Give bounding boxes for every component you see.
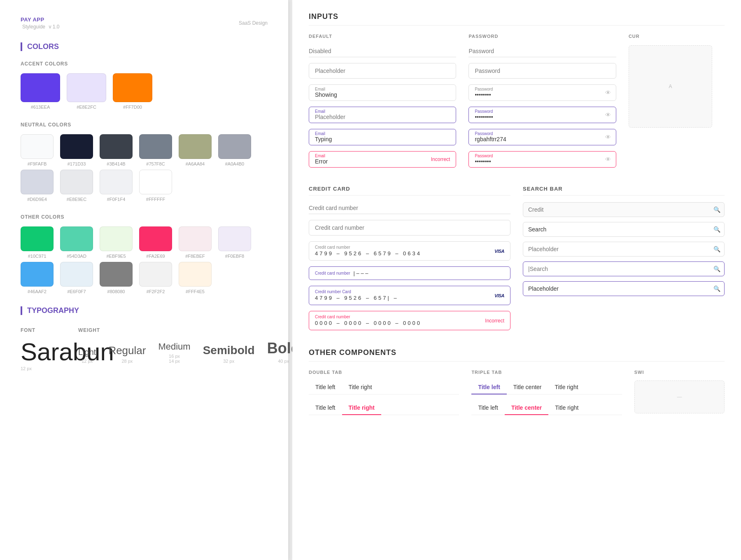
pass1-wrapper[interactable]: Password 👁 — [468, 84, 616, 101]
right-panel: INPUTS DEFAULT Email — [292, 0, 741, 560]
triple-tab-row1-center[interactable]: Title center — [507, 380, 548, 394]
color-label-fff4e5: #FFF4E5 — [186, 289, 205, 294]
double-tab-section: DOUBLE TAB Title left Title right Title … — [309, 370, 459, 415]
color-label-46aaf2: #46AAF2 — [28, 289, 47, 294]
search-disabled-input[interactable] — [523, 202, 725, 217]
color-box-ffffff — [139, 170, 172, 194]
pass4-input[interactable] — [475, 155, 610, 165]
input-disabled-password — [468, 45, 616, 57]
email-showing-wrapper[interactable]: Email — [309, 84, 456, 101]
currency-column-label: CUR — [629, 34, 712, 39]
email-typing-wrapper[interactable]: Email — [309, 129, 456, 145]
disabled-input-default[interactable] — [309, 45, 456, 57]
cc-card3: Credit number Card 4799 – 9526 – 657| – … — [309, 286, 510, 305]
pass1-eye-icon[interactable]: 👁 — [605, 89, 611, 96]
cc-placeholder-input[interactable] — [309, 220, 510, 236]
cc-disabled-input[interactable] — [309, 202, 510, 214]
cc-card3-wrapper[interactable]: Credit number Card 4799 – 9526 – 657| – … — [309, 286, 510, 305]
cc-card4-wrapper[interactable]: Credit card number 0000 – 0000 – 0000 – … — [309, 311, 510, 330]
search-2: 🔍 — [523, 242, 725, 257]
color-label-808080: #808080 — [107, 289, 125, 294]
search-input-4[interactable] — [523, 281, 725, 296]
disabled-input-password[interactable] — [468, 45, 616, 57]
accent-colors-section: ACCENT COLORS #613EEA #E8E2FC #FF7D00 — [21, 61, 268, 110]
search-input-3[interactable] — [523, 261, 725, 276]
color-swatch-a6aa84: #A6AA84 — [179, 134, 212, 166]
pass3-eye-icon[interactable]: 👁 — [605, 134, 611, 140]
currency-placeholder-area: A — [629, 45, 712, 128]
color-box-e8e2fc — [67, 73, 106, 102]
search-input-2[interactable] — [523, 242, 725, 257]
email-placeholder-input[interactable] — [315, 110, 450, 120]
other-colors-label: OTHER COLORS — [21, 214, 268, 220]
search-3-icon: 🔍 — [713, 266, 720, 272]
double-tab-row1-left[interactable]: Title left — [309, 380, 342, 394]
color-box-ebf9e5 — [100, 226, 133, 251]
color-swatch-f0f1f4: #F0F1F4 — [100, 170, 133, 202]
email-placeholder-wrapper[interactable]: Email — [309, 107, 456, 123]
search-4: 🔍 — [523, 281, 725, 296]
double-tab-row1-right[interactable]: Title right — [342, 380, 379, 394]
color-box-d6d9e4 — [21, 170, 54, 194]
double-tab-row2-right[interactable]: Title right — [342, 401, 382, 415]
search-4-icon: 🔍 — [713, 285, 720, 292]
weight-semibold: Semibold 32 px — [203, 344, 255, 364]
color-swatch-ebf9e5: #EBF9E5 — [100, 226, 133, 259]
color-box-808080 — [100, 262, 133, 287]
triple-tab-row1-right[interactable]: Title right — [548, 380, 585, 394]
double-tab-row2-left[interactable]: Title left — [309, 401, 342, 415]
cc-card4: Credit card number 0000 – 0000 – 0000 – … — [309, 311, 510, 330]
cc-disabled — [309, 202, 510, 214]
email-typing-input[interactable] — [315, 133, 450, 142]
weight-medium-name: Medium — [158, 341, 190, 352]
color-box-f0ebf8 — [218, 226, 251, 251]
neutral-color-row2: #D6D9E4 #E8E9EC #F0F1F4 #FFFFFF — [21, 170, 268, 202]
other-color-row1: #10C971 #54D3AD #EBF9E5 #FA2E69 #F8EBEF … — [21, 226, 268, 259]
pass2-input[interactable] — [475, 110, 610, 120]
font-sizes-label: 12 px — [21, 366, 70, 371]
currency-placeholder-text: A — [669, 84, 672, 89]
pass3-input[interactable] — [475, 133, 610, 142]
cc-card3-number: 4799 – 9526 – 657| – — [315, 295, 398, 301]
app-header: PAY APP Styleguide v 1.0 SaaS Design — [21, 16, 268, 30]
color-box-757f8c — [139, 134, 172, 159]
triple-tab-row2-center[interactable]: Title center — [505, 401, 548, 415]
saas-label: SaaS Design — [239, 20, 268, 26]
color-label-f0f1f4: #F0F1F4 — [107, 197, 126, 202]
search-disabled: 🔍 — [523, 202, 725, 217]
pass2-wrapper[interactable]: Password 👁 — [468, 107, 616, 123]
placeholder-input-password[interactable] — [468, 63, 616, 79]
pass4-wrapper[interactable]: Password 👁 — [468, 151, 616, 168]
triple-tab-row2-left[interactable]: Title left — [471, 401, 505, 415]
weight-medium: Medium 16 px14 px — [158, 341, 190, 364]
email-typing-label: Email — [315, 131, 325, 136]
input-pass4: Password 👁 — [468, 151, 616, 168]
search-input-1[interactable] — [523, 222, 725, 237]
color-swatch-808080: #808080 — [100, 262, 133, 294]
triple-tab-row2-right[interactable]: Title right — [548, 401, 585, 415]
weight-semibold-name: Semibold — [203, 344, 255, 357]
email-error-input[interactable] — [315, 155, 450, 165]
neutral-colors-label: NEUTRAL COLORS — [21, 122, 268, 128]
pass2-eye-icon[interactable]: 👁 — [605, 112, 611, 118]
placeholder-input-default[interactable] — [309, 63, 456, 79]
neutral-color-row1: #F9FAFB #171D33 #3B414B #757F8C #A6AA84 … — [21, 134, 268, 166]
email-showing-input[interactable] — [315, 88, 450, 98]
pass1-input[interactable] — [475, 88, 610, 98]
pass3-wrapper[interactable]: Password 👁 — [468, 129, 616, 145]
cc-card2-wrapper[interactable]: Credit card number | – – – — [309, 266, 510, 280]
triple-tab-row1-left[interactable]: Title left — [471, 380, 506, 394]
cc-card1-wrapper[interactable]: Credit card number 4799 – 9526 – 6579 – … — [309, 241, 510, 261]
search-bar-section: SEARCH BAR 🔍 🔍 🔍 🔍 — [523, 186, 725, 336]
color-swatch-46aaf2: #46AAF2 — [21, 262, 54, 294]
email-error-text: Incorrect — [431, 156, 450, 162]
pass3-label: Password — [475, 131, 493, 136]
pass4-eye-icon[interactable]: 👁 — [605, 156, 611, 163]
email-error-wrapper[interactable]: Email Incorrect — [309, 151, 456, 168]
cc-card4-label: Credit card number — [315, 315, 422, 319]
color-swatch-fff4e5: #FFF4E5 — [179, 262, 212, 294]
search-1: 🔍 — [523, 222, 725, 237]
search-disabled-icon: 🔍 — [713, 206, 720, 213]
color-box-f9fafb — [21, 134, 54, 159]
triple-tab-label: TRIPLE TAB — [471, 370, 622, 375]
